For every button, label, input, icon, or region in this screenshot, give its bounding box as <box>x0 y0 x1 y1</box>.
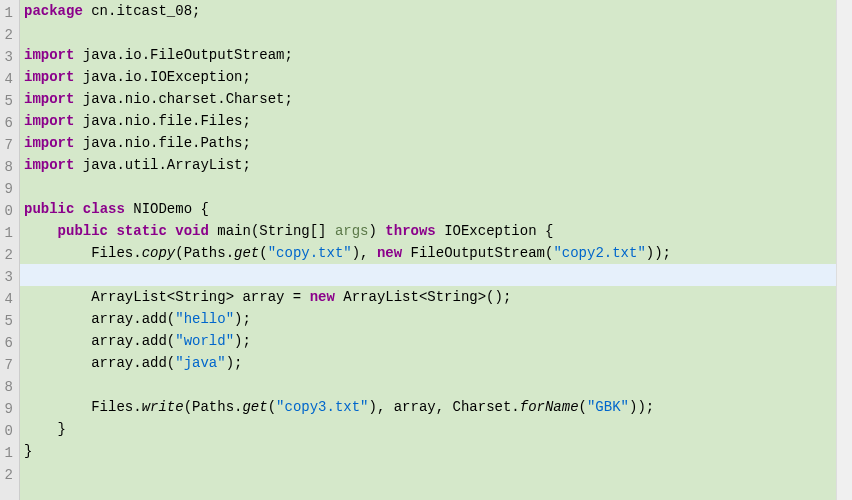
static-method: write <box>142 399 184 415</box>
exception: IOException { <box>436 223 554 239</box>
punct: )); <box>629 399 654 415</box>
static-method: copy <box>142 245 176 261</box>
code-line[interactable]: import java.io.FileOutputStream; <box>24 44 852 66</box>
punct: ( <box>268 399 276 415</box>
line-number: 9 <box>4 398 13 420</box>
indent <box>24 355 91 371</box>
line-number: 8 <box>4 376 13 398</box>
string-literal: "hello" <box>175 311 234 327</box>
method-call: array.add( <box>91 355 175 371</box>
string-literal: "GBK" <box>587 399 629 415</box>
indent <box>24 333 91 349</box>
static-method: get <box>234 245 259 261</box>
code-line[interactable]: public class NIODemo { <box>24 198 852 220</box>
line-number: 8 <box>4 156 13 178</box>
import-path: java.io.FileOutputStream; <box>74 47 292 63</box>
indent <box>24 311 91 327</box>
code-line[interactable]: import java.util.ArrayList; <box>24 154 852 176</box>
import-path: java.io.IOException; <box>74 69 250 85</box>
code-line[interactable]: import java.io.IOException; <box>24 66 852 88</box>
keyword: import <box>24 157 74 173</box>
package-name: cn.itcast_08; <box>83 3 201 19</box>
indent <box>24 421 58 437</box>
punct: )); <box>646 245 671 261</box>
keyword: import <box>24 47 74 63</box>
class-ref: Files. <box>91 245 141 261</box>
code-line[interactable]: Files.copy(Paths.get("copy.txt"), new Fi… <box>24 242 852 264</box>
line-number: 2 <box>4 244 13 266</box>
line-number-gutter: 1 2 3 4 5 6 7 8 9 0 1 2 3 4 5 6 7 8 9 0 … <box>0 0 20 500</box>
code-line[interactable]: ArrayList<String> array = new ArrayList<… <box>24 286 852 308</box>
line-number: 3 <box>4 46 13 68</box>
parameter: args <box>335 223 369 239</box>
line-number: 6 <box>4 112 13 134</box>
line-number: 2 <box>4 24 13 46</box>
indent <box>24 289 91 305</box>
code-line[interactable]: package cn.itcast_08; <box>24 0 852 22</box>
code-line[interactable]: } <box>24 440 852 462</box>
code-line[interactable]: import java.nio.file.Files; <box>24 110 852 132</box>
line-number: 7 <box>4 354 13 376</box>
string-literal: "world" <box>175 333 234 349</box>
method-call: array.add( <box>91 311 175 327</box>
keyword: import <box>24 69 74 85</box>
constructor: FileOutputStream( <box>402 245 553 261</box>
indent <box>24 399 91 415</box>
code-line[interactable] <box>24 176 852 198</box>
static-method: get <box>242 399 267 415</box>
code-line[interactable] <box>24 374 852 396</box>
string-literal: "copy3.txt" <box>276 399 368 415</box>
code-line[interactable]: Files.write(Paths.get("copy3.txt"), arra… <box>24 396 852 418</box>
keyword: import <box>24 135 74 151</box>
keyword: public <box>24 201 74 217</box>
code-line-current[interactable] <box>20 264 852 286</box>
punct: (Paths. <box>184 399 243 415</box>
punct: ( <box>579 399 587 415</box>
line-number: 7 <box>4 134 13 156</box>
brace: } <box>24 443 32 459</box>
line-number: 1 <box>4 442 13 464</box>
code-line[interactable]: public static void main(String[] args) t… <box>24 220 852 242</box>
string-literal: "copy.txt" <box>268 245 352 261</box>
static-method: forName <box>520 399 579 415</box>
line-number: 9 <box>4 178 13 200</box>
vertical-scrollbar[interactable] <box>836 0 852 500</box>
code-line[interactable]: } <box>24 418 852 440</box>
punct: ) <box>369 223 386 239</box>
line-number: 5 <box>4 310 13 332</box>
punct: ( <box>259 245 267 261</box>
line-number: 3 <box>4 266 13 288</box>
code-line[interactable] <box>24 462 852 484</box>
keyword: void <box>175 223 209 239</box>
declaration: ArrayList<String> array = <box>91 289 309 305</box>
keyword: class <box>83 201 125 217</box>
punct: ); <box>234 333 251 349</box>
code-line[interactable]: array.add("world"); <box>24 330 852 352</box>
import-path: java.nio.file.Paths; <box>74 135 250 151</box>
line-number: 0 <box>4 420 13 442</box>
punct: ); <box>234 311 251 327</box>
punct: ); <box>226 355 243 371</box>
punct: ), array, Charset. <box>369 399 520 415</box>
keyword: static <box>116 223 166 239</box>
constructor: ArrayList<String>(); <box>335 289 511 305</box>
keyword: import <box>24 113 74 129</box>
indent <box>24 223 58 239</box>
code-line[interactable]: import java.nio.file.Paths; <box>24 132 852 154</box>
class-ref: Files. <box>91 399 141 415</box>
code-line[interactable] <box>24 22 852 44</box>
line-number: 5 <box>4 90 13 112</box>
keyword: new <box>310 289 335 305</box>
indent <box>24 245 91 261</box>
code-editor[interactable]: package cn.itcast_08; import java.io.Fil… <box>20 0 852 500</box>
code-line[interactable]: import java.nio.charset.Charset; <box>24 88 852 110</box>
line-number: 6 <box>4 332 13 354</box>
string-literal: "copy2.txt" <box>553 245 645 261</box>
code-line[interactable]: array.add("java"); <box>24 352 852 374</box>
import-path: java.nio.charset.Charset; <box>74 91 292 107</box>
line-number: 0 <box>4 200 13 222</box>
code-line[interactable]: array.add("hello"); <box>24 308 852 330</box>
string-literal: "java" <box>175 355 225 371</box>
keyword: public <box>58 223 108 239</box>
import-path: java.util.ArrayList; <box>74 157 250 173</box>
